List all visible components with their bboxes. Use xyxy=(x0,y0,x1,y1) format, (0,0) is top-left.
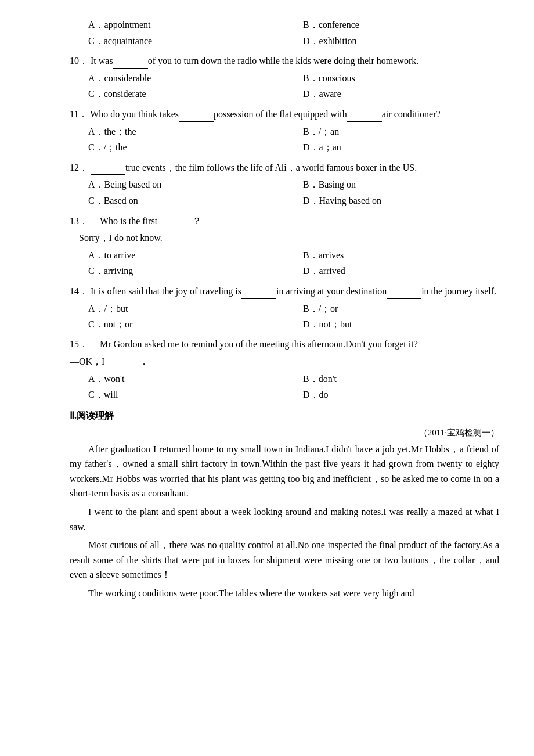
option-A-the-the: A．the；the xyxy=(70,124,284,139)
passage-para-3: Most curious of all，there was no quality… xyxy=(70,538,499,582)
section2-header: Ⅱ.阅读理解 xyxy=(70,408,499,423)
option-A-text: appointment xyxy=(104,20,151,30)
option-B-arrives: B．arrives xyxy=(284,248,499,263)
q10-blank xyxy=(113,53,148,69)
option-A-wont: A．won't xyxy=(70,372,284,387)
question-13: 13． —Who is the first ？ —Sorry，I do not … xyxy=(70,213,499,279)
q11-blank2 xyxy=(347,106,382,122)
q13-blank xyxy=(157,213,192,229)
option-D-having-based-on: D．Having based on xyxy=(284,193,499,208)
passage-para-1: After graduation I returned home to my s… xyxy=(70,442,499,501)
question-15: 15． —Mr Gordon asked me to remind you of… xyxy=(70,337,499,402)
option-D-exhibition: D．exhibition xyxy=(284,34,499,49)
option-C-considerate: C．considerate xyxy=(70,87,284,102)
option-A-label: A． xyxy=(88,20,104,30)
q13-reply: —Sorry，I do not know. xyxy=(70,231,499,246)
option-B-label: B． xyxy=(303,20,319,30)
question-11: 11． Who do you think takes possession of… xyxy=(70,106,499,155)
option-C-will: C．will xyxy=(70,387,284,402)
q12-blank xyxy=(91,160,125,175)
option-D-arrived: D．arrived xyxy=(284,264,499,279)
q13-text: 13． —Who is the first ？ xyxy=(70,213,499,229)
q15-number: 15． xyxy=(70,339,88,349)
option-B-slash-or: B．/；or xyxy=(284,301,499,316)
q10-before-blank: It was xyxy=(91,56,113,66)
q14-blank1 xyxy=(241,283,276,299)
options-row-ab-top: A．appointment B．conference C．acquaintanc… xyxy=(70,17,499,48)
q15-blank xyxy=(104,354,139,369)
q15-reply: —OK，I ． xyxy=(70,354,499,369)
option-D-a-an: D．a；an xyxy=(284,140,499,155)
q14-number: 14． xyxy=(70,286,88,296)
option-C-not-or: C．not；or xyxy=(70,317,284,332)
option-D-label: D． xyxy=(303,36,319,46)
option-B-slash-an: B．/；an xyxy=(284,124,499,139)
option-D-not-but: D．not；but xyxy=(284,317,499,332)
option-C-label: C． xyxy=(88,36,104,46)
q10-after-blank: of you to turn down the radio while the … xyxy=(148,56,419,66)
option-B-basing-on: B．Basing on xyxy=(284,177,499,192)
question-14: 14． It is often said that the joy of tra… xyxy=(70,283,499,332)
option-C-slash-the: C．/；the xyxy=(70,140,284,155)
option-B-dont: B．don't xyxy=(284,372,499,387)
q13-number: 13． xyxy=(70,216,88,226)
option-A-being-based-on: A．Being based on xyxy=(70,177,284,192)
q11-number: 11． xyxy=(70,109,88,119)
option-D-do: D．do xyxy=(284,387,499,402)
q14-text: 14． It is often said that the joy of tra… xyxy=(70,283,499,299)
section2-source: （2011·宝鸡检测一） xyxy=(70,426,499,440)
option-A-slash-but: A．/；but xyxy=(70,301,284,316)
q12-number: 12． xyxy=(70,163,88,172)
option-D-text: exhibition xyxy=(319,36,357,46)
option-B-conscious: B．conscious xyxy=(284,71,499,86)
passage-para-4: The working conditions were poor.The tab… xyxy=(70,586,499,601)
question-10: 10． It was of you to turn down the radio… xyxy=(70,53,499,102)
option-C-arriving: C．arriving xyxy=(70,264,284,279)
option-C-based-on: C．Based on xyxy=(70,193,284,208)
q14-blank2 xyxy=(387,283,421,299)
option-D-aware: D．aware xyxy=(284,87,499,102)
q12-text: 12． true events，the film follows the lif… xyxy=(70,160,499,175)
option-C-text: acquaintance xyxy=(104,36,153,46)
passage-para-2: I went to the plant and spent about a we… xyxy=(70,505,499,534)
q11-text: 11． Who do you think takes possession of… xyxy=(70,106,499,122)
option-A-to-arrive: A．to arrive xyxy=(70,248,284,263)
q10-text: 10． It was of you to turn down the radio… xyxy=(70,53,499,69)
question-12: 12． true events，the film follows the lif… xyxy=(70,160,499,208)
q15-text: 15． —Mr Gordon asked me to remind you of… xyxy=(70,337,499,352)
option-A-considerable: A．considerable xyxy=(70,71,284,86)
option-C-acquaintance: C．acquaintance xyxy=(70,34,284,49)
option-B-text: conference xyxy=(319,20,359,30)
q11-blank1 xyxy=(179,106,214,122)
option-B-conference: B．conference xyxy=(284,17,499,33)
option-A-appointment: A．appointment xyxy=(70,17,284,33)
q10-number: 10． xyxy=(70,56,88,66)
